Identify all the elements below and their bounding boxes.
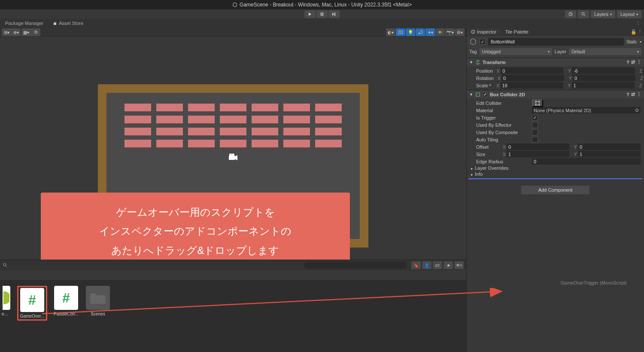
tab-options-icon[interactable]: ⋮	[633, 21, 643, 26]
help-icon[interactable]: ?	[626, 60, 629, 65]
size-x-input[interactable]	[507, 151, 569, 157]
static-dropdown-icon[interactable]: ▾	[640, 40, 641, 44]
position-y-input[interactable]	[572, 67, 635, 74]
offset-y-input[interactable]	[578, 144, 641, 150]
constrain-scale-icon[interactable]: ⚭	[488, 83, 492, 88]
auto-tiling-checkbox[interactable]	[532, 137, 538, 143]
brick-grid	[117, 104, 349, 152]
hidden-packages-icon[interactable]: 👁3	[454, 261, 464, 269]
object-picker-icon[interactable]: ⊙	[635, 107, 639, 113]
scene-view[interactable]: ゲームオーバー用のスクリプトを インスペクターのアドコンポーネントの あたりへド…	[0, 37, 466, 260]
snap-toggle-icon[interactable]: ⧉	[31, 28, 40, 36]
svg-rect-0	[321, 12, 322, 16]
svg-text:i: i	[473, 31, 474, 34]
boxcollider-enabled-checkbox[interactable]	[483, 92, 488, 97]
boxcollider-icon	[475, 92, 480, 97]
svg-rect-7	[229, 156, 235, 160]
info-foldout[interactable]: Info	[467, 171, 644, 177]
info-icon: i	[471, 30, 475, 34]
rotation-x-input[interactable]	[501, 75, 564, 81]
layers-dropdown[interactable]: Layers▾	[591, 10, 615, 18]
svg-rect-16	[476, 93, 480, 96]
layer-label: Layer	[555, 49, 567, 54]
svg-point-8	[229, 153, 232, 156]
menu-icon[interactable]: ⋮	[637, 92, 641, 97]
layout-dropdown[interactable]: Layout▾	[617, 10, 641, 18]
drop-indicator	[468, 178, 642, 179]
layer-overrides-foldout[interactable]: Layer Overrides	[467, 165, 644, 171]
window-title: GameScene - Breakout - Windows, Mac, Lin…	[240, 2, 412, 8]
undo-history-button[interactable]	[565, 10, 576, 18]
gameobject-header: Static ▾	[467, 36, 644, 47]
add-component-button[interactable]: Add Component	[521, 186, 590, 194]
scene-vis-icon[interactable]: 👁	[435, 28, 445, 36]
scale-y-input[interactable]	[572, 82, 635, 89]
filter-favorites-icon[interactable]: 🔖	[411, 261, 421, 269]
lock-icon[interactable]: 🔓	[631, 29, 637, 35]
offset-x-input[interactable]	[507, 144, 569, 150]
help-icon[interactable]: ?	[626, 92, 629, 97]
svg-point-19	[539, 101, 540, 102]
handle-rotation-icon[interactable]: ⊕▾	[11, 28, 21, 36]
menu-icon[interactable]: ⋮	[637, 59, 641, 65]
gameobject-name-input[interactable]	[488, 38, 624, 46]
play-button[interactable]	[304, 10, 316, 18]
gizmos-icon[interactable]: ⚙▾	[455, 28, 465, 36]
preset-icon[interactable]: ⇄	[631, 59, 635, 65]
tag-label: Tag	[469, 49, 477, 54]
pause-button[interactable]	[316, 10, 328, 18]
svg-rect-17	[536, 101, 539, 105]
edit-collider-button[interactable]	[532, 99, 543, 107]
asset-item[interactable]: eMa...	[2, 286, 11, 316]
tab-inspector[interactable]: i Inspector	[467, 28, 501, 35]
size-y-input[interactable]	[578, 151, 641, 157]
scene-view-toolbar: ⊞▾ ⊕▾ ▦▾ ⧉ ◐▾ 2D 💡 🔊 ✦▾ 👁 📷▾ ⚙▾	[0, 28, 466, 37]
asset-item-scenes-folder[interactable]: Scenes	[85, 286, 111, 316]
window-titlebar: GameScene - Breakout - Windows, Mac, Lin…	[0, 0, 644, 9]
pivot-mode-icon[interactable]: ⊞▾	[2, 28, 11, 36]
used-by-composite-checkbox[interactable]	[532, 129, 538, 135]
rotation-y-input[interactable]	[573, 75, 635, 81]
layer-dropdown[interactable]: Default▾	[569, 48, 641, 55]
is-trigger-checkbox[interactable]	[532, 115, 538, 121]
inspector-panel: i Inspector Tile Palette 🔓 ⋮ Static ▾ Ta…	[466, 28, 644, 352]
material-field[interactable]: None (Physics Material 2D)⊙	[532, 107, 641, 113]
project-search-input[interactable]	[304, 262, 407, 269]
tab-tile-palette[interactable]: Tile Palette	[501, 28, 533, 35]
transform-icon	[475, 60, 480, 65]
filter-star-icon[interactable]: ★	[444, 261, 453, 269]
tag-dropdown[interactable]: Untagged▾	[480, 48, 552, 55]
boxcollider-header[interactable]: ▼ Box Collider 2D ? ⇄ ⋮	[467, 90, 644, 98]
position-x-input[interactable]	[501, 67, 563, 74]
draw-mode-icon[interactable]: ◐▾	[386, 28, 395, 36]
asset-item-paddle-script[interactable]: # PaddleCon...	[53, 286, 79, 316]
drop-hint-label: GameOverTrigger (MonoScript)	[561, 280, 627, 285]
scale-x-input[interactable]	[501, 82, 563, 89]
options-icon[interactable]: ⋮	[638, 29, 642, 35]
gameobject-active-checkbox[interactable]	[480, 39, 486, 45]
lighting-toggle-icon[interactable]: 💡	[406, 28, 415, 36]
svg-point-9	[232, 153, 234, 156]
2d-toggle[interactable]: 2D	[396, 28, 405, 36]
preset-icon[interactable]: ⇄	[631, 92, 635, 97]
used-by-effector-checkbox[interactable]	[532, 122, 538, 128]
tab-asset-store[interactable]: Asset Store	[49, 20, 88, 27]
audio-toggle-icon[interactable]: 🔊	[416, 28, 425, 36]
search-button[interactable]	[578, 10, 589, 18]
search-icon	[3, 263, 8, 268]
step-button[interactable]	[328, 10, 340, 18]
transform-header[interactable]: ▼ Transform ? ⇄ ⋮	[467, 58, 644, 66]
assets-breadcrumb[interactable]	[0, 270, 466, 280]
filter-label-icon[interactable]: 🏷	[433, 261, 442, 269]
edge-radius-input[interactable]	[532, 158, 641, 165]
camera-icon[interactable]: 📷▾	[445, 28, 455, 36]
asset-item-gameover-script[interactable]: # GameOver...	[19, 288, 45, 318]
tab-package-manager[interactable]: Package Manager	[1, 20, 48, 27]
tool-mode-group[interactable]: ⊞▾ ⊕▾	[2, 28, 21, 36]
filter-type-icon[interactable]: 👤	[422, 261, 431, 269]
fx-toggle-icon[interactable]: ✦▾	[425, 28, 435, 36]
grid-snap-group[interactable]: ▦▾ ⧉	[21, 28, 40, 36]
camera-gizmo-icon	[228, 153, 238, 162]
svg-line-11	[6, 266, 7, 267]
grid-toggle-icon[interactable]: ▦▾	[21, 28, 31, 36]
